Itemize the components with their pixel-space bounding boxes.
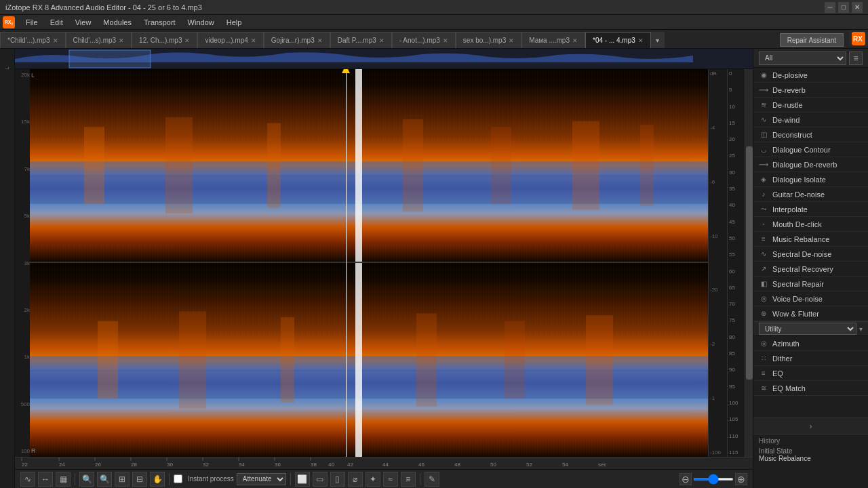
tab-5[interactable]: Daft P....mp3✕ [330, 32, 392, 48]
guitar-de-noise-label: Guitar De-noise [772, 190, 825, 199]
tab-8[interactable]: Мама ....mp3✕ [521, 32, 585, 48]
effects-grid-button[interactable]: ≡ [849, 52, 863, 65]
effect-spectral-repair[interactable]: ◧ Spectral Repair [753, 277, 868, 291]
music-rebalance-label: Music Rebalance [772, 235, 829, 243]
vertical-scrollbar[interactable] [745, 69, 753, 457]
effect-dialogue-isolate[interactable]: ◈ Dialogue Isolate [753, 172, 868, 187]
effect-de-reverb[interactable]: ⟿ De-reverb [753, 83, 868, 98]
zoom-all-button[interactable]: ⊞ [115, 472, 130, 487]
menu-file[interactable]: File [20, 17, 43, 28]
interpolate-label: Interpolate [772, 205, 808, 214]
effect-de-wind[interactable]: ∿ De-wind [753, 113, 868, 127]
tab-close-2[interactable]: ✕ [184, 37, 190, 44]
effect-de-plosive[interactable]: ◉ De-plosive [753, 68, 868, 83]
maximize-button[interactable]: □ [838, 2, 849, 13]
zoom-minus-button[interactable]: ⊖ [679, 473, 692, 485]
effect-voice-de-noise[interactable]: ◎ Voice De-noise [753, 291, 868, 306]
eq-label: EQ [772, 369, 783, 378]
expand-panel-button[interactable]: › [753, 418, 868, 434]
magic-wand-button[interactable]: ✦ [366, 472, 380, 487]
utility-select[interactable]: Utility [759, 323, 856, 335]
scrollbar-thumb[interactable] [746, 146, 753, 379]
instant-process-checkbox[interactable] [174, 474, 182, 483]
de-wind-icon: ∿ [759, 115, 768, 125]
effect-music-rebalance[interactable]: ≡ Music Rebalance [753, 232, 868, 247]
tab-7[interactable]: sex bo...).mp3✕ [456, 32, 521, 48]
tab-close-0[interactable]: ✕ [53, 37, 58, 44]
effect-azimuth[interactable]: ◎ Azimuth [753, 336, 868, 351]
minimize-button[interactable]: ─ [825, 2, 835, 13]
tab-close-8[interactable]: ✕ [572, 37, 578, 44]
effect-wow-flutter[interactable]: ⊛ Wow & Flutter [753, 306, 868, 321]
zoom-out-button[interactable]: 🔍 [97, 472, 112, 487]
overview-svg [15, 49, 753, 68]
zoom-area: ⊖ ⊕ [679, 473, 747, 485]
svg-rect-17 [640, 125, 654, 205]
select-rect-button[interactable]: ⬜ [295, 472, 310, 487]
waveform-toggle-button[interactable]: ∿ [20, 472, 35, 487]
menu-modules[interactable]: Modules [98, 17, 137, 28]
history-initial-state[interactable]: Initial State [759, 447, 863, 455]
spectrogram-canvas[interactable]: L [30, 69, 708, 457]
lasso-button[interactable]: ⌀ [348, 472, 363, 487]
scrub-button[interactable]: ↔ [38, 472, 53, 487]
effect-interpolate[interactable]: ⤳ Interpolate [753, 202, 868, 217]
tab-close-9[interactable]: ✕ [638, 37, 644, 44]
tab-2[interactable]: 12. Ch...).mp3✕ [132, 32, 197, 48]
menu-window[interactable]: Window [182, 17, 220, 28]
effect-dialogue-contour[interactable]: ◡ Dialogue Contour [753, 142, 868, 157]
paint-button[interactable]: ≡ [401, 472, 416, 487]
tab-close-5[interactable]: ✕ [379, 37, 384, 44]
menu-help[interactable]: Help [221, 17, 248, 28]
tab-1[interactable]: Child'...s).mp3✕ [66, 32, 132, 48]
close-button[interactable]: ✕ [852, 2, 863, 13]
zoom-in-button[interactable]: 🔍 [79, 472, 94, 487]
attenuate-select[interactable]: Attenuate [237, 473, 286, 485]
effect-dialogue-de-reverb[interactable]: ⟿ Dialogue De-reverb [753, 157, 868, 172]
tab-3[interactable]: videop...).mp4✕ [197, 32, 263, 48]
effect-dither[interactable]: ∷ Dither [753, 351, 868, 366]
utility-chevron[interactable]: ▾ [859, 325, 863, 333]
effect-guitar-de-noise[interactable]: ♪ Guitar De-noise [753, 187, 868, 202]
wow-flutter-icon: ⊛ [759, 309, 768, 319]
tab-close-6[interactable]: ✕ [443, 37, 448, 44]
select-freq-button[interactable]: ▯ [330, 472, 345, 487]
select-time-button[interactable]: ▭ [313, 472, 328, 487]
zoom-slider[interactable] [693, 478, 734, 481]
pencil-button[interactable]: ✎ [425, 472, 439, 487]
zoom-selection-button[interactable]: ⊟ [132, 472, 147, 487]
menu-edit[interactable]: Edit [45, 17, 68, 28]
effect-eq[interactable]: ≡ EQ [753, 366, 868, 381]
tab-close-7[interactable]: ✕ [509, 37, 514, 44]
effects-filter-select[interactable]: All [759, 52, 846, 65]
tab-scroll-arrow[interactable]: ▾ [651, 32, 665, 48]
menu-transport[interactable]: Transport [138, 17, 181, 28]
titlebar-title: iZotope RX 8 Advanced Audio Editor - 04 … [5, 3, 202, 12]
harmonic-button[interactable]: ≈ [383, 472, 398, 487]
time-ruler: 22 24 26 28 30 32 34 36 38 40 42 44 46 4… [15, 457, 753, 469]
overview-waveform[interactable] [15, 49, 753, 69]
repair-assistant-button[interactable]: Repair Assistant [780, 33, 844, 47]
effect-de-rustle[interactable]: ≋ De-rustle [753, 98, 868, 113]
tab-6[interactable]: - Anot...).mp3✕ [392, 32, 456, 48]
svg-rect-10 [84, 127, 104, 204]
effect-spectral-de-noise[interactable]: ∿ Spectral De-noise [753, 247, 868, 262]
tab-9[interactable]: *04 - ... 4.mp3✕ [585, 32, 651, 48]
zoom-plus-button[interactable]: ⊕ [735, 473, 747, 485]
tab-close-4[interactable]: ✕ [317, 37, 323, 44]
tab-4[interactable]: Gojira...r).mp3✕ [264, 32, 330, 48]
tab-close-3[interactable]: ✕ [251, 37, 256, 44]
effect-deconstruct[interactable]: ◫ Deconstruct [753, 127, 868, 142]
spectral-repair-icon: ◧ [759, 279, 768, 289]
pan-tool-button[interactable]: ✋ [150, 472, 165, 487]
menu-view[interactable]: View [70, 17, 97, 28]
history-last-action[interactable]: Music Rebalance [759, 455, 863, 462]
effect-mouth-de-click[interactable]: ◦ Mouth De-click [753, 217, 868, 232]
history-title: History [759, 437, 863, 445]
svg-rect-22 [98, 321, 118, 399]
tab-close-1[interactable]: ✕ [119, 37, 124, 44]
effect-spectral-recovery[interactable]: ↗ Spectral Recovery [753, 262, 868, 277]
spectrogram-button[interactable]: ▦ [56, 472, 71, 487]
tab-0[interactable]: *Child'...).mp3✕ [0, 32, 66, 48]
effect-eq-match[interactable]: ≋ EQ Match [753, 381, 868, 396]
